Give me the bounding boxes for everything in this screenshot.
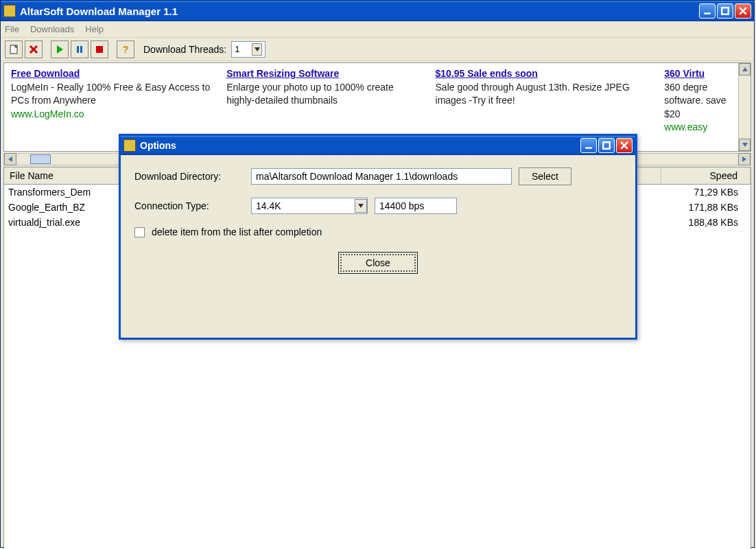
menu-downloads[interactable]: Downloads: [30, 24, 74, 34]
ad-link[interactable]: $10.95 Sale ends soon: [436, 68, 538, 79]
toolbar: ? Download Threads: 1: [1, 38, 754, 61]
bps-input[interactable]: 14400 bps: [375, 198, 457, 214]
dialog-close-ok-button[interactable]: Close: [340, 254, 416, 272]
ad-desc: 360 degre software. save $20: [664, 82, 726, 119]
app-icon: [123, 139, 136, 152]
main-window: AltarSoft Download Manager 1.1 File Down…: [0, 0, 755, 548]
dialog-titlebar: Options: [121, 136, 635, 155]
threads-value: 1: [235, 44, 239, 54]
dialog-close-button[interactable]: [616, 138, 633, 153]
ad-item: 360 Virtu 360 degre software. save $20 w…: [657, 63, 738, 151]
chevron-down-icon: [252, 43, 262, 56]
help-button[interactable]: ?: [117, 40, 134, 58]
ad-url: www.easy: [664, 121, 707, 132]
delete-download-button[interactable]: [25, 40, 43, 58]
chevron-down-icon: [355, 199, 367, 213]
ad-url: www.LogMeIn.co: [11, 108, 84, 119]
svg-rect-3: [77, 46, 79, 53]
dialog-maximize-button[interactable]: [598, 138, 615, 153]
ad-desc: LogMeIn - Really 100% Free & Easy Access…: [11, 82, 210, 106]
menu-help[interactable]: Help: [85, 24, 104, 34]
select-directory-button[interactable]: Select: [519, 167, 571, 185]
threads-select[interactable]: 1: [231, 41, 265, 58]
connection-type-label: Connection Type:: [134, 200, 244, 211]
connection-type-value: 14.4K: [256, 200, 281, 211]
main-titlebar: AltarSoft Download Manager 1.1: [1, 1, 754, 21]
svg-rect-0: [704, 12, 711, 14]
delete-after-completion-checkbox[interactable]: [134, 227, 145, 237]
cell-speed: 71,29 KBs: [661, 187, 751, 198]
svg-rect-8: [603, 142, 610, 149]
svg-text:?: ?: [123, 44, 129, 55]
new-download-button[interactable]: [5, 40, 23, 58]
download-directory-input[interactable]: ma\Altarsoft Download Manager 1.1\downlo…: [251, 168, 512, 185]
options-dialog: Options Download Directory: ma\Altarsoft…: [119, 134, 637, 340]
svg-rect-5: [96, 46, 103, 53]
ad-link[interactable]: Smart Resizing Software: [226, 68, 339, 79]
ad-link[interactable]: Free Download: [11, 68, 80, 79]
pause-button[interactable]: [71, 40, 88, 58]
threads-label: Download Threads:: [143, 44, 226, 55]
column-speed[interactable]: Speed: [661, 167, 751, 184]
svg-rect-4: [80, 46, 82, 53]
svg-rect-7: [585, 147, 592, 148]
scroll-down-button[interactable]: [739, 139, 751, 151]
close-window-button[interactable]: [735, 3, 751, 19]
svg-rect-1: [722, 8, 729, 14]
dialog-title: Options: [140, 140, 580, 151]
ad-desc: Enlarge your photo up to 1000% create hi…: [226, 82, 394, 106]
cell-speed: 171,88 KBs: [661, 202, 751, 213]
scroll-right-button[interactable]: [738, 153, 751, 165]
ad-link[interactable]: 360 Virtu: [664, 68, 705, 79]
connection-type-select[interactable]: 14.4K: [251, 198, 368, 214]
scroll-up-button[interactable]: [739, 63, 751, 75]
dialog-minimize-button[interactable]: [580, 138, 597, 153]
scroll-left-button[interactable]: [4, 153, 16, 165]
download-directory-label: Download Directory:: [134, 171, 244, 182]
menu-file[interactable]: File: [5, 24, 19, 34]
stop-button[interactable]: [91, 40, 108, 58]
ad-desc: Sale good through August 13th. Resize JP…: [436, 82, 630, 106]
app-icon: [3, 5, 16, 17]
window-title: AltarSoft Download Manager 1.1: [20, 5, 699, 17]
maximize-button[interactable]: [717, 3, 733, 19]
cell-speed: 188,48 KBs: [661, 217, 751, 228]
scroll-thumb[interactable]: [30, 154, 51, 164]
minimize-button[interactable]: [699, 3, 716, 19]
delete-after-completion-label: delete item from the list after completi…: [152, 226, 322, 237]
menubar: File Downloads Help: [1, 21, 754, 38]
start-button[interactable]: [51, 40, 69, 58]
ads-vertical-scrollbar[interactable]: [738, 63, 751, 151]
